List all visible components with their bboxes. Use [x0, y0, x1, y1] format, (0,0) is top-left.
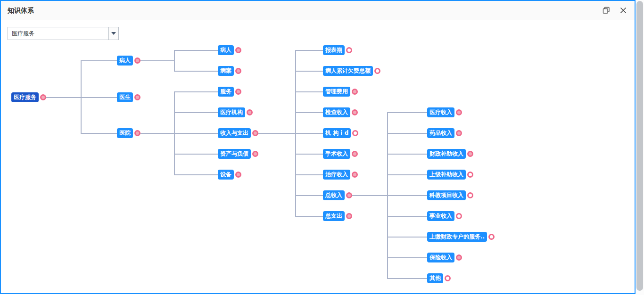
node-marker-yiliaoshouru[interactable]	[456, 109, 462, 115]
tree-link	[296, 133, 323, 134]
node-marker-shangji[interactable]	[467, 172, 473, 178]
node-marker-zichanfuzhai[interactable]	[252, 151, 258, 157]
footer-divider	[1, 275, 635, 275]
tree-node-jigouid[interactable]: 机 构 i d	[323, 128, 351, 138]
tree-node-root[interactable]: 医疗服务	[11, 92, 39, 102]
tree-node-shangji[interactable]: 上级补助收入	[427, 170, 466, 180]
tree-link	[81, 133, 117, 134]
node-marker-qianfei[interactable]	[374, 68, 380, 74]
node-marker-baobiaoqi[interactable]	[346, 47, 352, 53]
tree-node-zichanfuzhai[interactable]: 资产与负债	[218, 149, 251, 159]
tree-link	[296, 91, 323, 92]
tree-link	[174, 50, 175, 72]
tree-link	[296, 112, 323, 113]
tree-link	[352, 195, 388, 196]
tree-link	[388, 133, 427, 134]
tree-link	[174, 71, 218, 72]
tree-link	[174, 50, 218, 51]
tree-link	[81, 97, 117, 98]
tree-node-shiye[interactable]: 事业收入	[427, 211, 454, 221]
scrollbar-thumb[interactable]	[636, 1, 643, 291]
node-marker-jiancha[interactable]	[352, 109, 358, 115]
tree-link	[296, 154, 323, 155]
node-marker-baoxian[interactable]	[456, 254, 462, 261]
node-marker-bingan[interactable]	[235, 68, 241, 74]
tree-link	[388, 195, 427, 196]
tree-link	[388, 112, 427, 113]
tree-node-baobiaoqi[interactable]: 报表期	[323, 45, 345, 55]
tree-node-shangjiao[interactable]: 上缴财政专户的服务..	[427, 232, 487, 242]
tree-link	[388, 278, 427, 279]
node-marker-yisheng[interactable]	[134, 94, 140, 100]
tree-link	[388, 174, 427, 175]
tree-link	[296, 174, 323, 175]
node-marker-qita[interactable]	[445, 275, 451, 281]
node-marker-zhiliao[interactable]	[352, 172, 358, 178]
tree-link	[388, 154, 427, 155]
tree-node-zhiliao[interactable]: 治疗收入	[323, 170, 350, 180]
node-marker-zongshouru[interactable]	[346, 192, 352, 198]
tree-node-bingan[interactable]: 病案	[218, 66, 234, 76]
node-marker-guanli[interactable]	[352, 89, 358, 95]
tree-node-bingren2[interactable]: 病人	[218, 45, 234, 55]
tree-link	[174, 112, 218, 113]
tree-node-shouruzhichu[interactable]: 收入与支出	[218, 128, 251, 138]
tree-link	[296, 195, 323, 196]
tree-node-qita[interactable]: 其他	[427, 273, 443, 283]
node-marker-kejiao[interactable]	[467, 192, 473, 198]
tree-node-zongzhichu[interactable]: 总支出	[323, 211, 345, 221]
tree-node-yisheng[interactable]: 医生	[117, 92, 133, 102]
tree-link	[296, 71, 323, 72]
node-marker-root[interactable]	[40, 94, 46, 100]
tree-canvas: 医疗服务病人病人病案医生医院服务医疗机构收入与支出报表期病人累计欠费总额管理费用…	[1, 1, 635, 293]
tree-link	[174, 154, 218, 155]
tree-node-shoushu[interactable]: 手术收入	[323, 149, 350, 159]
tree-node-kejiao[interactable]: 科教项目收入	[427, 190, 466, 200]
tree-link	[296, 216, 323, 217]
tree-node-shebei[interactable]: 设备	[218, 170, 234, 180]
tree-link	[296, 50, 323, 51]
tree-node-yaopin[interactable]: 药品收入	[427, 128, 454, 138]
node-marker-caizheng[interactable]	[467, 151, 473, 157]
node-marker-bingren1[interactable]	[134, 57, 140, 64]
tree-node-guanli[interactable]: 管理费用	[323, 87, 350, 97]
tree-link	[140, 60, 174, 61]
tree-link	[174, 174, 218, 175]
tree-node-baoxian[interactable]: 保险收入	[427, 253, 454, 262]
tree-link	[388, 216, 427, 217]
tree-node-fuwu[interactable]: 服务	[218, 87, 234, 97]
tree-link	[174, 91, 218, 92]
tree-node-bingren1[interactable]: 病人	[117, 56, 133, 66]
tree-link	[174, 133, 218, 134]
tree-link	[388, 257, 427, 258]
node-marker-jigouid[interactable]	[352, 130, 358, 136]
page-scrollbar[interactable]	[636, 0, 644, 295]
tree-node-yiyuan[interactable]: 医院	[117, 128, 133, 138]
tree-link	[81, 60, 117, 61]
tree-link	[46, 97, 81, 98]
node-marker-shangjiao[interactable]	[488, 234, 495, 240]
tree-node-caizheng[interactable]: 财政补助收入	[427, 149, 466, 159]
node-marker-yiyuan[interactable]	[134, 130, 140, 136]
tree-link	[258, 133, 296, 134]
tree-link	[388, 237, 427, 238]
node-marker-yaopin[interactable]	[456, 130, 462, 136]
node-marker-fuwu[interactable]	[235, 89, 241, 95]
node-marker-shebei[interactable]	[235, 172, 241, 178]
tree-node-yiliaoshouru[interactable]: 医疗收入	[427, 107, 454, 117]
node-marker-shouruzhichu[interactable]	[252, 130, 258, 136]
node-marker-shoushu[interactable]	[352, 151, 358, 157]
tree-node-yiliaojigou[interactable]: 医疗机构	[218, 107, 245, 117]
tree-node-jiancha[interactable]: 检查收入	[323, 107, 350, 117]
tree-link	[140, 133, 174, 134]
node-marker-shiye[interactable]	[456, 213, 462, 219]
node-marker-zongzhichu[interactable]	[346, 213, 352, 219]
tree-node-qianfei[interactable]: 病人累计欠费总额	[323, 66, 373, 76]
node-marker-bingren2[interactable]	[235, 47, 241, 53]
node-marker-yiliaojigou[interactable]	[247, 109, 253, 115]
knowledge-system-dialog: 知识体系 医疗服务	[0, 0, 636, 294]
tree-node-zongshouru[interactable]: 总收入	[323, 190, 345, 200]
